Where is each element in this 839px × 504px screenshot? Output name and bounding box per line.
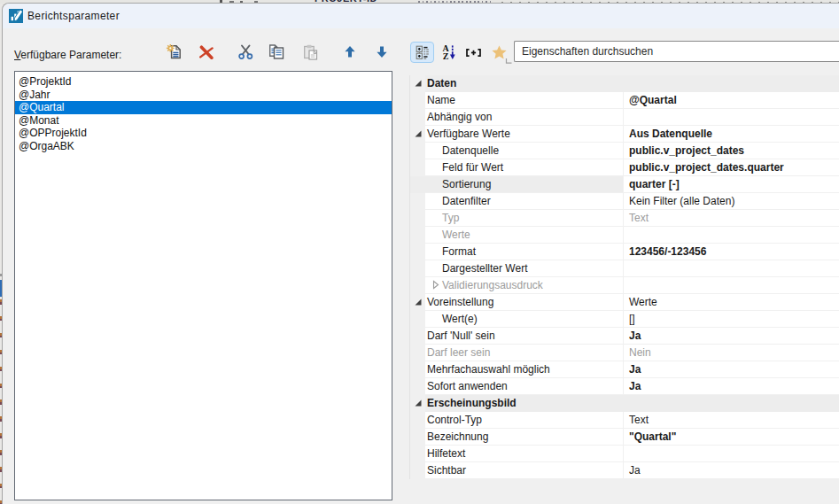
svg-text:Z: Z [443, 51, 449, 60]
